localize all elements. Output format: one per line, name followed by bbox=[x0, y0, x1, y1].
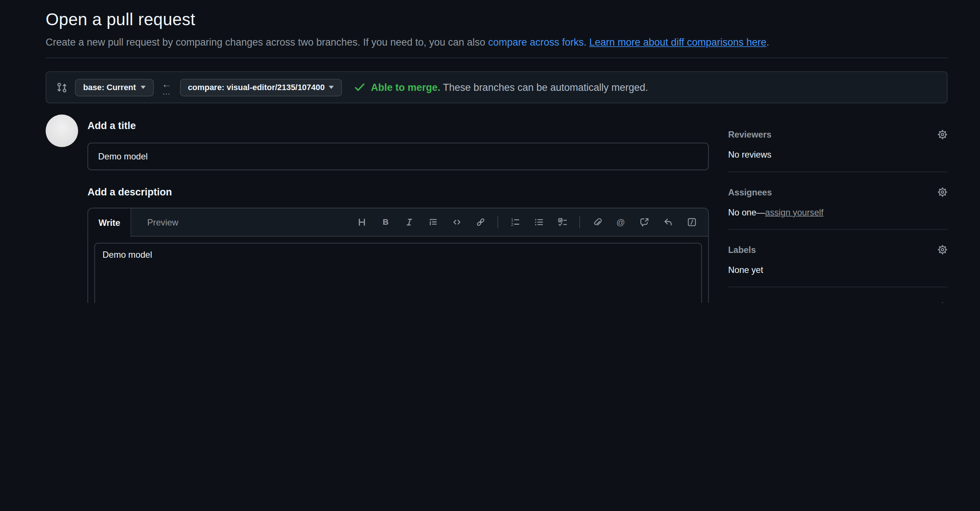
ordered-list-icon[interactable]: 12 bbox=[505, 212, 525, 232]
mention-icon[interactable]: @ bbox=[611, 212, 631, 232]
svg-text:2: 2 bbox=[511, 222, 513, 227]
branch-compare-bar: base: Current ← … compare: visual-editor… bbox=[46, 71, 947, 103]
subtitle-text: Create a new pull request by comparing c… bbox=[46, 37, 488, 48]
add-title-heading: Add a title bbox=[88, 120, 708, 131]
attach-file-icon[interactable] bbox=[587, 212, 607, 232]
gear-icon bbox=[937, 245, 947, 255]
quote-icon[interactable] bbox=[423, 212, 443, 232]
check-icon bbox=[355, 82, 366, 93]
unordered-list-icon[interactable] bbox=[529, 212, 549, 232]
base-branch-label: base: Current bbox=[83, 83, 136, 92]
toolbar-separator bbox=[579, 216, 580, 228]
subtitle-separator: . bbox=[584, 37, 589, 48]
merge-status-text: These branches can be automatically merg… bbox=[443, 81, 648, 92]
labels-gear-button[interactable] bbox=[937, 245, 947, 255]
chevron-down-icon bbox=[329, 86, 334, 91]
assignees-value: No one— bbox=[728, 207, 765, 217]
page-title: Open a pull request bbox=[46, 10, 947, 29]
avatar bbox=[46, 115, 78, 147]
merge-status-bold: Able to merge. bbox=[371, 81, 441, 92]
compare-across-forks-link[interactable]: compare across forks bbox=[488, 37, 584, 48]
toolbar-separator bbox=[497, 216, 498, 228]
merge-status: Able to merge. These branches can be aut… bbox=[355, 81, 648, 93]
description-textarea[interactable]: Demo model bbox=[94, 243, 702, 303]
link-icon[interactable] bbox=[471, 212, 491, 232]
assignees-gear-button[interactable] bbox=[937, 187, 947, 197]
svg-text:1: 1 bbox=[511, 218, 513, 222]
labels-value: None yet bbox=[728, 263, 947, 276]
sidebar-section-reviewers: Reviewers No reviews bbox=[728, 115, 947, 172]
gear-icon bbox=[937, 187, 947, 197]
svg-text:B: B bbox=[383, 217, 388, 227]
gear-icon bbox=[937, 302, 947, 303]
github-open-pull-request-page: Open a pull request Create a new pull re… bbox=[0, 0, 980, 303]
tab-write[interactable]: Write bbox=[88, 208, 131, 237]
tab-preview[interactable]: Preview bbox=[131, 208, 194, 236]
editor-header: Write Preview B bbox=[88, 208, 708, 236]
pr-sidebar: Reviewers No reviews Assignees No bbox=[728, 115, 947, 303]
editor-body: Demo model bbox=[88, 236, 708, 303]
labels-heading: Labels bbox=[728, 245, 756, 255]
assign-yourself-link[interactable]: assign yourself bbox=[765, 207, 824, 217]
range-ellipsis: … bbox=[162, 89, 171, 94]
reply-icon[interactable] bbox=[658, 212, 678, 232]
italic-icon[interactable] bbox=[399, 212, 419, 232]
git-compare-icon bbox=[56, 81, 67, 93]
sidebar-section-assignees: Assignees No one—assign yourself bbox=[728, 172, 947, 230]
compare-branch-dropdown[interactable]: compare: visual-editor/2135/107400 bbox=[180, 78, 342, 96]
page-subtitle: Create a new pull request by comparing c… bbox=[46, 35, 947, 50]
gear-icon bbox=[937, 129, 947, 139]
projects-heading: Projects bbox=[728, 302, 763, 303]
projects-gear-button[interactable] bbox=[937, 302, 947, 303]
range-arrow: ← … bbox=[161, 80, 172, 94]
subtitle-end: . bbox=[766, 37, 769, 48]
sidebar-section-labels: Labels None yet bbox=[728, 230, 947, 287]
description-editor: Write Preview B bbox=[88, 208, 708, 303]
cross-reference-icon[interactable] bbox=[635, 212, 654, 232]
assignees-heading: Assignees bbox=[728, 187, 772, 197]
base-branch-dropdown[interactable]: base: Current bbox=[75, 78, 154, 96]
reviewers-value: No reviews bbox=[728, 149, 947, 161]
page-header: Open a pull request Create a new pull re… bbox=[46, 10, 947, 58]
chevron-down-icon bbox=[140, 86, 146, 91]
sidebar-section-projects: Projects None yet bbox=[728, 287, 947, 303]
diff-comparisons-link[interactable]: Learn more about diff comparisons here bbox=[589, 37, 766, 48]
add-description-heading: Add a description bbox=[88, 187, 708, 198]
svg-text:@: @ bbox=[616, 217, 625, 227]
bold-icon[interactable]: B bbox=[375, 212, 396, 232]
markdown-toolbar: B bbox=[352, 208, 708, 236]
title-input[interactable] bbox=[88, 143, 708, 170]
code-icon[interactable] bbox=[447, 212, 467, 232]
heading-icon[interactable] bbox=[352, 212, 372, 232]
reviewers-heading: Reviewers bbox=[728, 129, 772, 139]
compare-branch-label: compare: visual-editor/2135/107400 bbox=[188, 83, 325, 92]
slash-command-icon[interactable] bbox=[682, 212, 702, 232]
task-list-icon[interactable] bbox=[553, 212, 573, 232]
reviewers-gear-button[interactable] bbox=[937, 129, 947, 139]
